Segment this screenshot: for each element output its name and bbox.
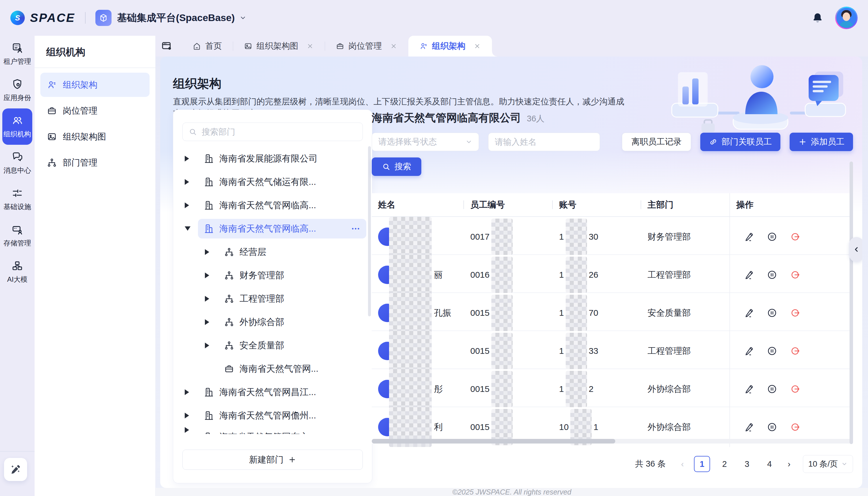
account-status-select[interactable]: 请选择账号状态 bbox=[372, 133, 479, 151]
caret-right-icon[interactable] bbox=[205, 273, 209, 278]
more-icon[interactable] bbox=[351, 224, 360, 234]
edit-icon[interactable] bbox=[744, 232, 754, 242]
edit-icon[interactable] bbox=[744, 422, 754, 432]
content-vertical-scrollbar[interactable] bbox=[850, 161, 853, 444]
ai-icon bbox=[11, 260, 23, 272]
close-icon[interactable] bbox=[306, 42, 314, 50]
logout-icon[interactable] bbox=[790, 384, 800, 394]
tree-scrollbar[interactable] bbox=[368, 146, 371, 316]
sidebar-item-label: 组织架构图 bbox=[63, 131, 106, 143]
caret-right-icon[interactable] bbox=[185, 427, 189, 433]
caret-right-icon[interactable] bbox=[205, 249, 209, 255]
tree-node[interactable]: 海南省天然气管网儋州... bbox=[177, 404, 366, 427]
caret-right-icon[interactable] bbox=[185, 389, 189, 395]
search-button[interactable]: 搜索 bbox=[372, 157, 421, 176]
page-number-4[interactable]: 4 bbox=[761, 456, 777, 472]
user-avatar[interactable] bbox=[835, 6, 858, 29]
page-number-1[interactable]: 1 bbox=[694, 456, 710, 472]
bell-icon[interactable] bbox=[811, 12, 824, 24]
sidebar-item-post-management[interactable]: 岗位管理 bbox=[41, 99, 149, 123]
caret-right-icon[interactable] bbox=[185, 179, 189, 185]
sitemap-icon bbox=[224, 340, 234, 351]
tree-node[interactable]: 海南省天然气管网东方 bbox=[177, 427, 366, 434]
account-suffix: 26 bbox=[589, 270, 598, 280]
nav-rail-item-storage[interactable]: 存储管理 bbox=[2, 217, 32, 254]
edit-icon[interactable] bbox=[744, 269, 754, 280]
image-icon bbox=[244, 42, 253, 50]
logout-icon[interactable] bbox=[790, 269, 800, 280]
tree-node[interactable]: 海南省天然气管网... bbox=[177, 357, 366, 381]
tree-node[interactable]: 外协综合部 bbox=[177, 310, 366, 334]
offboard-records-button[interactable]: 离职员工记录 bbox=[622, 133, 691, 151]
page-number-3[interactable]: 3 bbox=[739, 456, 755, 472]
scrollbar-thumb[interactable] bbox=[372, 439, 615, 444]
nav-rail-item-ai[interactable]: AI大模 bbox=[2, 254, 32, 290]
caret-right-icon[interactable] bbox=[205, 343, 209, 348]
tree-node[interactable]: 海南省天然气管网临高... bbox=[177, 193, 366, 217]
sidebar-item-org-structure[interactable]: 组织架构 bbox=[41, 73, 149, 97]
tree-node-label: 海南省天然气管网昌江... bbox=[219, 386, 316, 398]
new-department-button[interactable]: 新建部门 bbox=[182, 450, 363, 470]
account-suffix: 2 bbox=[589, 384, 594, 394]
edit-icon[interactable] bbox=[744, 384, 754, 394]
pause-icon[interactable] bbox=[767, 422, 777, 432]
prev-page-button[interactable]: ‹ bbox=[677, 456, 688, 472]
edit-icon[interactable] bbox=[744, 308, 754, 318]
tree-node[interactable]: 工程管理部 bbox=[177, 287, 366, 310]
tree-node[interactable]: 海南省天然气储运有限... bbox=[177, 170, 366, 193]
tree-node[interactable]: 安全质量部 bbox=[177, 334, 366, 357]
content-card: 组织架构 直观展示从集团到部门的完整层级树，清晰呈现岗位、上下级汇报关系及部门主… bbox=[160, 57, 862, 488]
nav-rail-item-identity[interactable]: 应用身份 bbox=[2, 72, 32, 108]
edit-icon[interactable] bbox=[744, 346, 754, 356]
caret-down-icon[interactable] bbox=[185, 227, 191, 231]
pause-icon[interactable] bbox=[767, 269, 777, 280]
tab-post[interactable]: 岗位管理 bbox=[325, 36, 408, 57]
ai-edit-button[interactable] bbox=[4, 458, 27, 481]
nav-rail-item-infra[interactable]: 基础设施 bbox=[2, 181, 32, 217]
tree-node[interactable]: 财务管理部 bbox=[177, 264, 366, 287]
nav-rail-item-tenant[interactable]: 租户管理 bbox=[2, 36, 32, 72]
caret-right-icon[interactable] bbox=[205, 319, 209, 325]
sidebar-item-dept-management[interactable]: 部门管理 bbox=[41, 151, 149, 175]
tab-home[interactable]: 首页 bbox=[181, 36, 233, 57]
logout-icon[interactable] bbox=[790, 232, 800, 242]
chevron-down-icon[interactable] bbox=[240, 14, 246, 21]
next-page-button[interactable]: › bbox=[784, 456, 794, 472]
page-number-2[interactable]: 2 bbox=[717, 456, 733, 472]
tab-org-structure[interactable]: 组织架构 bbox=[408, 36, 492, 57]
caret-right-icon[interactable] bbox=[185, 156, 189, 161]
caret-right-icon[interactable] bbox=[185, 202, 189, 208]
window-panel-icon[interactable] bbox=[161, 40, 173, 52]
column-header: 账号 bbox=[553, 199, 641, 211]
add-employee-button[interactable]: 添加员工 bbox=[790, 133, 853, 151]
table-horizontal-scrollbar[interactable] bbox=[372, 439, 853, 444]
close-icon[interactable] bbox=[473, 42, 481, 50]
tree-node[interactable]: 经营层 bbox=[177, 240, 366, 264]
logout-icon[interactable] bbox=[790, 346, 800, 356]
pause-icon[interactable] bbox=[767, 346, 777, 356]
tab-org-chart[interactable]: 组织架构图 bbox=[233, 36, 325, 57]
name-filter-input[interactable] bbox=[488, 133, 600, 151]
tree-node[interactable]: 海南省发展能源有限公司 bbox=[177, 147, 366, 170]
sidebar-item-org-chart[interactable]: 组织架构图 bbox=[41, 125, 149, 149]
link-department-employee-button[interactable]: 部门关联员工 bbox=[700, 133, 781, 151]
tree-search-input[interactable] bbox=[201, 127, 357, 137]
tree-node[interactable]: 海南省天然气管网昌江... bbox=[177, 381, 366, 404]
nav-rail-item-org[interactable]: 组织机构 bbox=[2, 108, 32, 145]
nav-rail-item-message[interactable]: 消息中心 bbox=[2, 145, 32, 181]
app-title[interactable]: 基础集成平台(SpaceBase) bbox=[117, 11, 235, 25]
tree-node[interactable]: 海南省天然气管网临高... bbox=[177, 217, 366, 240]
logout-icon[interactable] bbox=[790, 422, 800, 432]
main-department: 财务管理部 bbox=[641, 231, 729, 243]
tree-search-box bbox=[182, 123, 363, 141]
rail-item-label: 租户管理 bbox=[3, 57, 31, 66]
pause-icon[interactable] bbox=[767, 384, 777, 394]
caret-right-icon[interactable] bbox=[205, 296, 209, 301]
logout-icon[interactable] bbox=[790, 308, 800, 318]
close-icon[interactable] bbox=[390, 42, 397, 50]
collapse-panel-button[interactable] bbox=[849, 237, 862, 262]
pause-icon[interactable] bbox=[767, 308, 777, 318]
caret-right-icon[interactable] bbox=[185, 413, 189, 418]
page-size-select[interactable]: 10 条/页 bbox=[803, 455, 853, 473]
pause-icon[interactable] bbox=[767, 232, 777, 242]
